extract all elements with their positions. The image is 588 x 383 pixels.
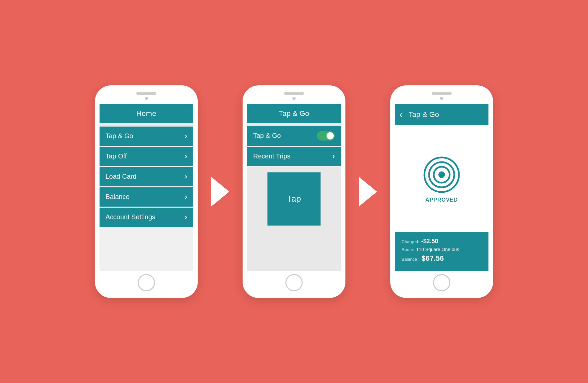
menu-item-tap-go[interactable]: Tap & Go › xyxy=(100,127,193,146)
phone-1-camera-row xyxy=(145,97,148,100)
phone-2: Tap & Go Tap & Go Recent Trips › Tap xyxy=(243,85,345,298)
phone-2-speaker xyxy=(284,92,304,95)
menu-gap-1 xyxy=(100,123,193,127)
arrow-1 xyxy=(211,177,229,207)
tap-button[interactable]: Tap xyxy=(267,172,321,226)
phone-2-header: Tap & Go xyxy=(247,104,341,123)
phone-1-top xyxy=(100,92,193,101)
tap-button-area: Tap xyxy=(247,167,341,271)
phone-3-header: ‹ Tap & Go xyxy=(395,104,488,125)
tap-go-gap xyxy=(247,123,341,126)
charged-value: -$2.50 xyxy=(421,238,438,245)
menu-item-tap-off[interactable]: Tap Off › xyxy=(100,147,193,166)
arrow-2 xyxy=(359,177,377,207)
svg-point-3 xyxy=(438,171,445,178)
tap-go-toggle[interactable] xyxy=(317,131,335,141)
menu-item-load-card[interactable]: Load Card › xyxy=(100,167,193,186)
phone-1-header: Home xyxy=(100,104,193,123)
menu-item-balance[interactable]: Balance › xyxy=(100,187,193,207)
menu-item-account-settings[interactable]: Account Settings › xyxy=(100,208,193,227)
balance-value: $67.56 xyxy=(421,254,444,263)
chevron-balance: › xyxy=(185,193,187,201)
phone-2-top xyxy=(247,92,341,101)
phone-1-home-button[interactable] xyxy=(138,274,155,291)
route-row: Route: 110 Square One bus xyxy=(402,247,482,252)
back-button[interactable]: ‹ xyxy=(400,109,403,120)
chevron-tap-go: › xyxy=(185,132,187,141)
phone-1-screen: Home Tap & Go › Tap Off › Load Card › Ba… xyxy=(100,104,193,271)
approved-label: APPROVED xyxy=(425,197,458,203)
approved-area: APPROVED xyxy=(395,125,488,232)
phone-3-camera xyxy=(440,97,443,100)
phone-3-camera-row xyxy=(440,97,443,100)
phone-1: Home Tap & Go › Tap Off › Load Card › Ba… xyxy=(95,85,198,298)
chevron-recent-trips: › xyxy=(332,152,335,161)
phone-3-home-button[interactable] xyxy=(433,274,450,291)
scene: Home Tap & Go › Tap Off › Load Card › Ba… xyxy=(95,85,493,298)
charged-row: Charged: -$2.50 xyxy=(402,238,482,245)
route-label: Route: xyxy=(402,247,414,252)
toggle-row: Tap & Go xyxy=(247,126,341,146)
chevron-load-card: › xyxy=(185,172,187,181)
phone-3-speaker xyxy=(432,92,452,95)
approved-target-icon xyxy=(423,156,460,193)
recent-trips-row[interactable]: Recent Trips › xyxy=(247,147,341,166)
phone-3-screen: ‹ Tap & Go APPROVED Charged: -$2.50 xyxy=(395,104,488,271)
phone-1-camera xyxy=(145,97,148,100)
phone-2-home-button[interactable] xyxy=(285,274,303,291)
charged-label: Charged: xyxy=(402,239,419,244)
chevron-account-settings: › xyxy=(185,213,187,222)
chevron-tap-off: › xyxy=(185,152,187,161)
balance-row: Balance : $67.56 xyxy=(402,254,482,263)
phone-1-speaker xyxy=(136,92,156,95)
phone-2-camera-row xyxy=(292,97,296,100)
phone-2-screen: Tap & Go Tap & Go Recent Trips › Tap xyxy=(247,104,341,271)
phone-2-bottom xyxy=(285,274,303,291)
phone-3-bottom xyxy=(433,274,450,291)
phone-1-bottom xyxy=(138,274,155,291)
phone-3: ‹ Tap & Go APPROVED Charged: -$2.50 xyxy=(390,85,493,298)
phone-3-top xyxy=(395,92,488,101)
toggle-knob xyxy=(327,132,334,140)
details-area: Charged: -$2.50 Route: 110 Square One bu… xyxy=(395,232,488,271)
phone-2-camera xyxy=(292,97,296,100)
balance-label: Balance : xyxy=(402,257,419,262)
route-value: 110 Square One bus xyxy=(416,247,459,252)
